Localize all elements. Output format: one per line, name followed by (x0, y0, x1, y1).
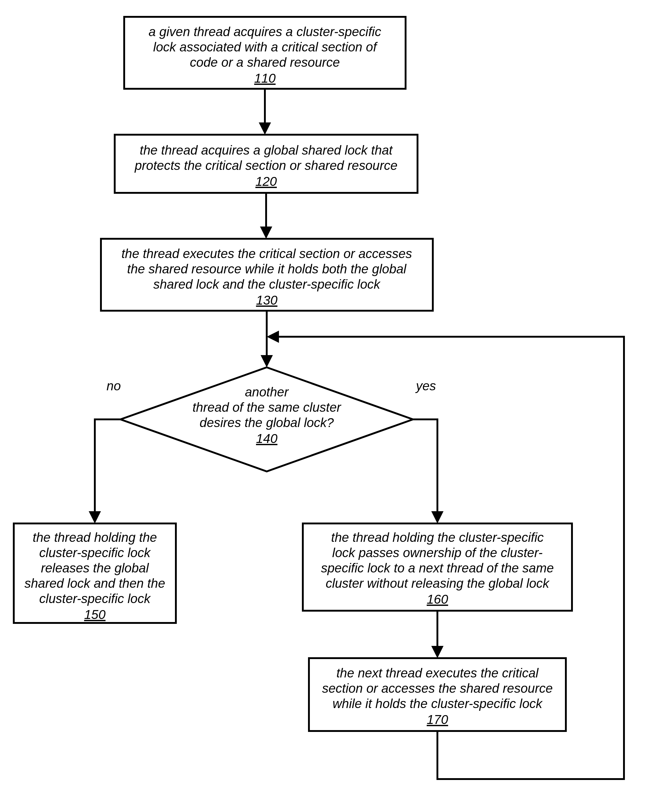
node-150-ref: 150 (84, 607, 106, 622)
arrow-140-160 (413, 420, 443, 524)
node-110-line3: code or a shared resource (190, 55, 340, 69)
node-140-line3: desires the global lock? (200, 415, 334, 430)
flow-decision-140: another thread of the same cluster desir… (120, 367, 413, 471)
decision-label-yes: yes (415, 379, 436, 393)
arrow-160-170 (431, 611, 443, 658)
svg-marker-2 (259, 122, 271, 135)
svg-marker-15 (431, 646, 443, 658)
node-160-line3: specific lock to a next thread of the sa… (321, 561, 553, 575)
svg-marker-17 (267, 330, 279, 343)
node-140-ref: 140 (256, 431, 278, 446)
node-150-line1: the thread holding the (33, 530, 157, 545)
node-140-line2: thread of the same cluster (193, 400, 342, 415)
flow-node-170: the next thread executes the critical se… (309, 658, 566, 731)
node-120-ref: 120 (255, 174, 277, 188)
arrow-110-120 (259, 89, 271, 135)
node-160-line4: cluster without releasing the global loc… (326, 576, 550, 591)
node-150-line3: releases the global (41, 561, 149, 575)
flow-node-160: the thread holding the cluster-specific … (303, 524, 572, 611)
arrow-130-140 (260, 311, 273, 367)
node-130-ref: 130 (256, 293, 278, 307)
flow-node-120: the thread acquires a global shared lock… (115, 135, 418, 193)
node-160-line2: lock passes ownership of the cluster- (332, 545, 543, 560)
arrow-140-150 (89, 420, 120, 524)
flow-node-150: the thread holding the cluster-specific … (14, 524, 176, 623)
flow-node-110: a given thread acquires a cluster-specif… (124, 17, 405, 89)
svg-marker-8 (260, 355, 273, 367)
node-110-ref: 110 (254, 71, 276, 86)
arrow-120-130 (260, 193, 272, 239)
node-160-line1: the thread holding the cluster-specific (331, 530, 544, 545)
node-130-line1: the thread executes the critical section… (122, 246, 412, 261)
node-110-line1: a given thread acquires a cluster-specif… (149, 25, 381, 39)
node-150-line5: cluster-specific lock (39, 591, 151, 606)
node-130-line3: shared lock and the cluster-specific loc… (153, 277, 381, 291)
node-170-line2: section or accesses the shared resource (322, 681, 553, 695)
svg-marker-10 (89, 511, 101, 524)
node-170-line3: while it holds the cluster-specific lock (333, 696, 543, 711)
node-110-line2: lock associated with a critical section … (153, 40, 378, 54)
flow-node-130: the thread executes the critical section… (101, 239, 433, 311)
node-150-line2: cluster-specific lock (39, 545, 151, 560)
node-120-line2: protects the critical section or shared … (134, 158, 397, 173)
svg-marker-5 (260, 226, 272, 239)
node-140-line1: another (245, 385, 289, 399)
node-160-ref: 160 (427, 592, 448, 606)
node-150-line4: shared lock and then the (25, 576, 165, 591)
node-120-line1: the thread acquires a global shared lock… (140, 143, 394, 157)
node-170-line1: the next thread executes the critical (336, 666, 539, 680)
svg-marker-11 (431, 511, 443, 524)
node-170-ref: 170 (427, 712, 448, 727)
node-130-line2: the shared resource while it holds both … (127, 262, 407, 276)
decision-label-no: no (107, 379, 121, 393)
